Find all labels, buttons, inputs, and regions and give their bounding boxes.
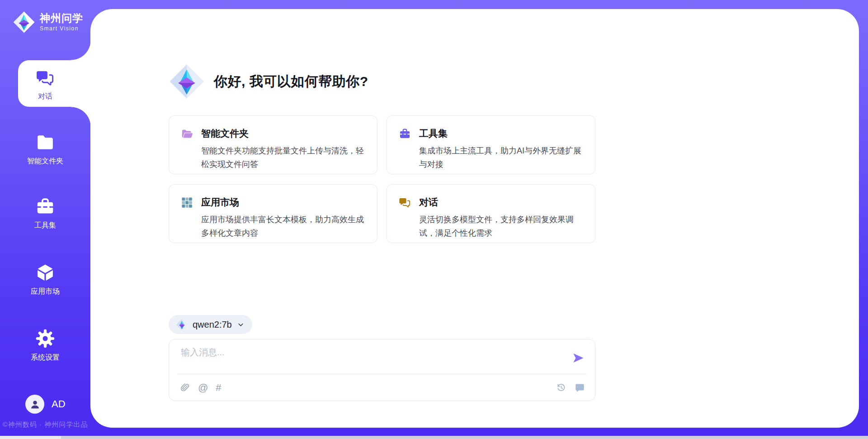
sidebar-item-label: 应用市场 xyxy=(0,287,90,296)
bottom-strip-segment xyxy=(0,436,61,439)
card-chat[interactable]: 对话 灵活切换多模型文件，支持多样回复效果调试，满足个性化需求 xyxy=(387,184,595,243)
model-gem-icon xyxy=(176,319,188,331)
app-window: 神州问学 Smart Vision 对话 智能文件夹 工具集 应用市场 系统设置 xyxy=(0,0,868,439)
sidebar-item-settings[interactable]: 系统设置 xyxy=(0,329,90,363)
grid-icon xyxy=(181,196,193,209)
card-app-market[interactable]: 应用市场 应用市场提供丰富长文本模板，助力高效生成多样化文章内容 xyxy=(169,184,377,243)
message-composer: @ # xyxy=(169,339,595,401)
sidebar: 神州问学 Smart Vision 对话 智能文件夹 工具集 应用市场 系统设置 xyxy=(0,0,90,439)
mention-button[interactable]: @ xyxy=(198,382,208,393)
avatar xyxy=(25,395,44,414)
new-chat-button[interactable] xyxy=(575,382,585,393)
sidebar-item-label: 智能文件夹 xyxy=(0,157,90,166)
copyright-footer: ©神州数码 · 神州问学出品 xyxy=(0,420,90,429)
feature-cards: 智能文件夹 智能文件夹功能支持批量文件上传与清洗，轻松实现文件问答 工具集 集成… xyxy=(169,115,595,243)
card-title: 工具集 xyxy=(419,127,448,140)
card-description: 灵活切换多模型文件，支持多样回复效果调试，满足个性化需求 xyxy=(419,213,585,240)
model-selector[interactable]: qwen2:7b xyxy=(169,315,252,334)
card-description: 智能文件夹功能支持批量文件上传与清洗，轻松实现文件问答 xyxy=(201,144,367,171)
cube-icon xyxy=(35,262,55,282)
chat-icon xyxy=(36,68,55,87)
sidebar-item-toolset[interactable]: 工具集 xyxy=(0,196,90,230)
chat-bubble-icon xyxy=(575,382,585,393)
topic-button[interactable]: # xyxy=(216,382,221,393)
composer-toolbar: @ # xyxy=(180,374,585,401)
brand-logo: 神州问学 Smart Vision xyxy=(13,11,83,33)
sidebar-item-label: 对话 xyxy=(0,92,90,101)
person-icon xyxy=(29,399,41,410)
card-smart-folder[interactable]: 智能文件夹 智能文件夹功能支持批量文件上传与清洗，轻松实现文件问答 xyxy=(169,115,377,174)
hero-gem-icon xyxy=(169,63,205,100)
at-icon: @ xyxy=(198,382,208,393)
toolbox-icon xyxy=(399,128,411,140)
brand-name: 神州问学 xyxy=(40,13,83,24)
card-header: 对话 xyxy=(399,196,585,209)
attach-button[interactable] xyxy=(180,382,190,393)
user-initials: AD xyxy=(52,398,66,410)
model-name: qwen2:7b xyxy=(193,320,232,330)
toolbox-icon xyxy=(35,196,55,216)
sidebar-item-label: 系统设置 xyxy=(0,353,90,363)
chat-icon xyxy=(399,196,411,209)
folder-icon xyxy=(35,132,55,152)
sidebar-item-app-market[interactable]: 应用市场 xyxy=(0,262,90,296)
hash-icon: # xyxy=(216,382,221,393)
hero: 你好, 我可以如何帮助你? xyxy=(169,63,368,100)
chevron-down-icon xyxy=(236,320,245,329)
card-toolset[interactable]: 工具集 集成市场上主流工具，助力AI与外界无缝扩展与对接 xyxy=(387,115,595,174)
sidebar-item-label: 工具集 xyxy=(0,221,90,230)
card-title: 对话 xyxy=(419,196,438,209)
card-description: 集成市场上主流工具，助力AI与外界无缝扩展与对接 xyxy=(419,144,585,171)
bottom-strip xyxy=(0,436,868,439)
card-title: 应用市场 xyxy=(201,196,239,209)
history-icon xyxy=(556,382,566,393)
card-header: 工具集 xyxy=(399,127,585,140)
brand-subtitle: Smart Vision xyxy=(40,25,83,32)
user-menu[interactable]: AD xyxy=(25,395,66,414)
greeting-text: 你好, 我可以如何帮助你? xyxy=(214,72,368,91)
sidebar-item-chat[interactable]: 对话 xyxy=(0,68,90,101)
card-title: 智能文件夹 xyxy=(201,127,249,140)
card-header: 应用市场 xyxy=(181,196,367,209)
message-input[interactable] xyxy=(181,346,561,372)
history-button[interactable] xyxy=(556,382,566,393)
paperclip-icon xyxy=(180,382,190,393)
card-description: 应用市场提供丰富长文本模板，助力高效生成多样化文章内容 xyxy=(201,213,367,240)
folder-open-icon xyxy=(181,128,193,140)
toolbar-right xyxy=(556,382,585,393)
send-icon xyxy=(572,352,585,364)
send-button[interactable] xyxy=(571,352,585,365)
brand-text: 神州问学 Smart Vision xyxy=(40,13,83,32)
gear-icon xyxy=(35,329,55,348)
toolbar-left: @ # xyxy=(180,382,222,393)
card-header: 智能文件夹 xyxy=(181,127,367,140)
sidebar-item-smart-folder[interactable]: 智能文件夹 xyxy=(0,132,90,166)
brand-gem-icon xyxy=(13,11,35,33)
